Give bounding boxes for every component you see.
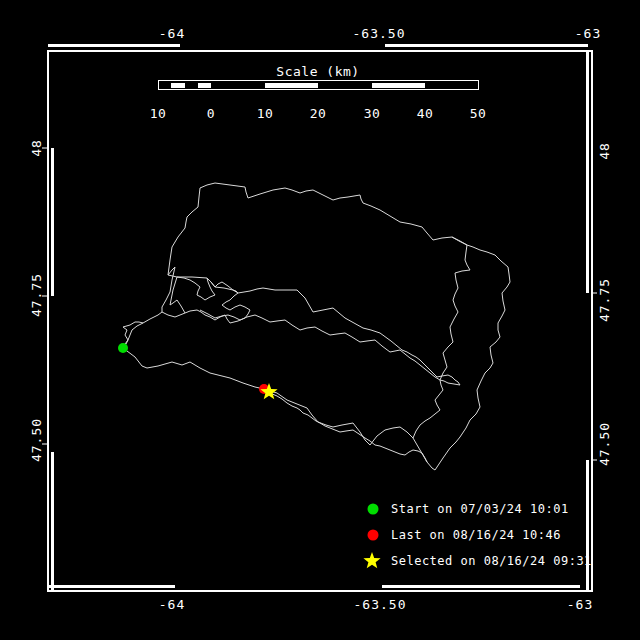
graticule-label-top: -63.50 [353, 26, 406, 41]
graticule-label-bottom: -63.50 [354, 597, 407, 612]
track-path[interactable] [200, 310, 460, 385]
scalebar-segment [198, 83, 211, 88]
graticule-label-left: 47.50 [29, 418, 44, 462]
track-path[interactable] [413, 237, 470, 438]
legend-label: Last on 08/16/24 10:46 [391, 528, 561, 542]
scalebar-tick-label: 20 [310, 106, 327, 121]
legend-label: Start on 07/03/24 10:01 [391, 502, 569, 516]
legend-label: Selected on 08/16/24 09:31 [391, 554, 592, 568]
zebra-band-left [51, 452, 54, 590]
scalebar-tick-label: 50 [470, 106, 487, 121]
legend-star-icon [363, 552, 380, 568]
legend-circle-icon [368, 530, 379, 541]
scalebar-segment [265, 83, 318, 88]
zebra-band-top [385, 44, 588, 47]
legend-circle-icon [368, 504, 379, 515]
zebra-band-bottom [48, 585, 175, 588]
zebra-band-top [48, 44, 180, 47]
scalebar-segment [171, 83, 185, 88]
track-path[interactable] [264, 389, 427, 462]
scale-title: Scale (km) [276, 64, 359, 79]
scalebar-tick-label: 10 [257, 106, 274, 121]
scalebar-tick-label: 40 [417, 106, 434, 121]
graticule-label-top: -64 [159, 26, 185, 41]
scalebar-tick-label: 10 [150, 106, 167, 121]
graticule-label-bottom: -63 [567, 597, 593, 612]
graticule-label-top: -63 [575, 26, 601, 41]
start-marker[interactable] [118, 343, 128, 353]
track-path[interactable] [123, 183, 510, 470]
zebra-band-bottom [382, 585, 580, 588]
graticule-label-bottom: -64 [159, 597, 185, 612]
map-plot: Scale (km) 1001020304050-64-63.50-63-64-… [0, 0, 640, 640]
graticule-label-right: 47.75 [597, 278, 612, 322]
track-path[interactable] [162, 277, 250, 323]
scalebar-tick-label: 0 [207, 106, 215, 121]
scalebar-segment [372, 83, 425, 88]
graticule-label-right: 48 [597, 142, 612, 160]
map-canvas[interactable] [0, 0, 640, 640]
zebra-band-left [51, 148, 54, 296]
graticule-label-right: 47.50 [597, 422, 612, 466]
graticule-label-left: 47.75 [29, 273, 44, 317]
scalebar-tick-label: 30 [364, 106, 381, 121]
graticule-label-left: 48 [29, 139, 44, 157]
zebra-band-right [586, 460, 589, 590]
zebra-band-right [586, 50, 589, 293]
